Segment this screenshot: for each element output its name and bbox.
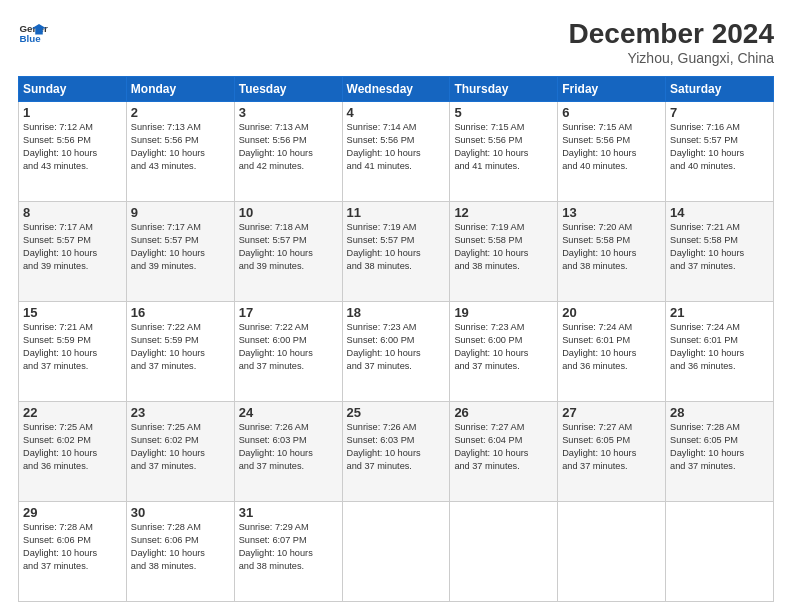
day-info: Sunrise: 7:18 AMSunset: 5:57 PMDaylight:… [239, 221, 338, 273]
day-info: Sunrise: 7:17 AMSunset: 5:57 PMDaylight:… [131, 221, 230, 273]
column-header-monday: Monday [126, 77, 234, 102]
day-cell: 28Sunrise: 7:28 AMSunset: 6:05 PMDayligh… [666, 402, 774, 502]
day-number: 19 [454, 305, 553, 320]
day-info: Sunrise: 7:13 AMSunset: 5:56 PMDaylight:… [131, 121, 230, 173]
day-info: Sunrise: 7:28 AMSunset: 6:06 PMDaylight:… [131, 521, 230, 573]
day-info: Sunrise: 7:15 AMSunset: 5:56 PMDaylight:… [454, 121, 553, 173]
day-cell: 30Sunrise: 7:28 AMSunset: 6:06 PMDayligh… [126, 502, 234, 602]
day-number: 12 [454, 205, 553, 220]
day-info: Sunrise: 7:14 AMSunset: 5:56 PMDaylight:… [347, 121, 446, 173]
day-cell: 2Sunrise: 7:13 AMSunset: 5:56 PMDaylight… [126, 102, 234, 202]
day-number: 8 [23, 205, 122, 220]
day-cell: 13Sunrise: 7:20 AMSunset: 5:58 PMDayligh… [558, 202, 666, 302]
column-header-thursday: Thursday [450, 77, 558, 102]
day-cell: 16Sunrise: 7:22 AMSunset: 5:59 PMDayligh… [126, 302, 234, 402]
logo-icon: General Blue [18, 18, 48, 48]
day-number: 5 [454, 105, 553, 120]
day-cell: 25Sunrise: 7:26 AMSunset: 6:03 PMDayligh… [342, 402, 450, 502]
day-number: 7 [670, 105, 769, 120]
day-number: 18 [347, 305, 446, 320]
day-info: Sunrise: 7:21 AMSunset: 5:59 PMDaylight:… [23, 321, 122, 373]
day-number: 13 [562, 205, 661, 220]
day-number: 4 [347, 105, 446, 120]
location: Yizhou, Guangxi, China [569, 50, 774, 66]
day-number: 29 [23, 505, 122, 520]
day-info: Sunrise: 7:23 AMSunset: 6:00 PMDaylight:… [454, 321, 553, 373]
day-cell: 14Sunrise: 7:21 AMSunset: 5:58 PMDayligh… [666, 202, 774, 302]
day-cell: 3Sunrise: 7:13 AMSunset: 5:56 PMDaylight… [234, 102, 342, 202]
day-cell: 22Sunrise: 7:25 AMSunset: 6:02 PMDayligh… [19, 402, 127, 502]
day-cell [558, 502, 666, 602]
month-title: December 2024 [569, 18, 774, 50]
day-cell: 5Sunrise: 7:15 AMSunset: 5:56 PMDaylight… [450, 102, 558, 202]
day-info: Sunrise: 7:23 AMSunset: 6:00 PMDaylight:… [347, 321, 446, 373]
day-number: 30 [131, 505, 230, 520]
day-info: Sunrise: 7:22 AMSunset: 6:00 PMDaylight:… [239, 321, 338, 373]
day-cell: 17Sunrise: 7:22 AMSunset: 6:00 PMDayligh… [234, 302, 342, 402]
day-info: Sunrise: 7:27 AMSunset: 6:05 PMDaylight:… [562, 421, 661, 473]
day-number: 2 [131, 105, 230, 120]
day-cell: 18Sunrise: 7:23 AMSunset: 6:00 PMDayligh… [342, 302, 450, 402]
day-cell: 19Sunrise: 7:23 AMSunset: 6:00 PMDayligh… [450, 302, 558, 402]
day-cell: 24Sunrise: 7:26 AMSunset: 6:03 PMDayligh… [234, 402, 342, 502]
calendar-container: General Blue December 2024 Yizhou, Guang… [0, 0, 792, 612]
day-cell: 20Sunrise: 7:24 AMSunset: 6:01 PMDayligh… [558, 302, 666, 402]
day-number: 23 [131, 405, 230, 420]
day-number: 24 [239, 405, 338, 420]
day-cell: 29Sunrise: 7:28 AMSunset: 6:06 PMDayligh… [19, 502, 127, 602]
day-info: Sunrise: 7:22 AMSunset: 5:59 PMDaylight:… [131, 321, 230, 373]
day-number: 21 [670, 305, 769, 320]
day-number: 6 [562, 105, 661, 120]
logo: General Blue [18, 18, 48, 48]
calendar-header-row: SundayMondayTuesdayWednesdayThursdayFrid… [19, 77, 774, 102]
day-cell: 6Sunrise: 7:15 AMSunset: 5:56 PMDaylight… [558, 102, 666, 202]
title-block: December 2024 Yizhou, Guangxi, China [569, 18, 774, 66]
day-number: 9 [131, 205, 230, 220]
column-header-sunday: Sunday [19, 77, 127, 102]
day-info: Sunrise: 7:19 AMSunset: 5:58 PMDaylight:… [454, 221, 553, 273]
day-cell: 1Sunrise: 7:12 AMSunset: 5:56 PMDaylight… [19, 102, 127, 202]
day-number: 1 [23, 105, 122, 120]
week-row-1: 1Sunrise: 7:12 AMSunset: 5:56 PMDaylight… [19, 102, 774, 202]
column-header-friday: Friday [558, 77, 666, 102]
day-info: Sunrise: 7:12 AMSunset: 5:56 PMDaylight:… [23, 121, 122, 173]
day-number: 27 [562, 405, 661, 420]
day-info: Sunrise: 7:16 AMSunset: 5:57 PMDaylight:… [670, 121, 769, 173]
day-info: Sunrise: 7:25 AMSunset: 6:02 PMDaylight:… [131, 421, 230, 473]
day-info: Sunrise: 7:29 AMSunset: 6:07 PMDaylight:… [239, 521, 338, 573]
week-row-4: 22Sunrise: 7:25 AMSunset: 6:02 PMDayligh… [19, 402, 774, 502]
day-cell [342, 502, 450, 602]
day-info: Sunrise: 7:24 AMSunset: 6:01 PMDaylight:… [670, 321, 769, 373]
svg-text:Blue: Blue [20, 33, 42, 44]
day-number: 22 [23, 405, 122, 420]
week-row-5: 29Sunrise: 7:28 AMSunset: 6:06 PMDayligh… [19, 502, 774, 602]
header: General Blue December 2024 Yizhou, Guang… [18, 18, 774, 66]
day-cell: 21Sunrise: 7:24 AMSunset: 6:01 PMDayligh… [666, 302, 774, 402]
day-info: Sunrise: 7:26 AMSunset: 6:03 PMDaylight:… [347, 421, 446, 473]
day-info: Sunrise: 7:24 AMSunset: 6:01 PMDaylight:… [562, 321, 661, 373]
day-info: Sunrise: 7:21 AMSunset: 5:58 PMDaylight:… [670, 221, 769, 273]
day-cell: 27Sunrise: 7:27 AMSunset: 6:05 PMDayligh… [558, 402, 666, 502]
day-info: Sunrise: 7:28 AMSunset: 6:06 PMDaylight:… [23, 521, 122, 573]
day-number: 3 [239, 105, 338, 120]
column-header-saturday: Saturday [666, 77, 774, 102]
day-cell: 7Sunrise: 7:16 AMSunset: 5:57 PMDaylight… [666, 102, 774, 202]
day-cell: 11Sunrise: 7:19 AMSunset: 5:57 PMDayligh… [342, 202, 450, 302]
day-number: 31 [239, 505, 338, 520]
day-info: Sunrise: 7:25 AMSunset: 6:02 PMDaylight:… [23, 421, 122, 473]
day-info: Sunrise: 7:17 AMSunset: 5:57 PMDaylight:… [23, 221, 122, 273]
day-cell: 8Sunrise: 7:17 AMSunset: 5:57 PMDaylight… [19, 202, 127, 302]
calendar-table: SundayMondayTuesdayWednesdayThursdayFrid… [18, 76, 774, 602]
day-number: 10 [239, 205, 338, 220]
day-cell: 4Sunrise: 7:14 AMSunset: 5:56 PMDaylight… [342, 102, 450, 202]
day-number: 11 [347, 205, 446, 220]
week-row-2: 8Sunrise: 7:17 AMSunset: 5:57 PMDaylight… [19, 202, 774, 302]
day-number: 25 [347, 405, 446, 420]
day-number: 14 [670, 205, 769, 220]
day-number: 17 [239, 305, 338, 320]
day-cell: 12Sunrise: 7:19 AMSunset: 5:58 PMDayligh… [450, 202, 558, 302]
column-header-tuesday: Tuesday [234, 77, 342, 102]
day-info: Sunrise: 7:20 AMSunset: 5:58 PMDaylight:… [562, 221, 661, 273]
day-cell: 26Sunrise: 7:27 AMSunset: 6:04 PMDayligh… [450, 402, 558, 502]
day-number: 16 [131, 305, 230, 320]
